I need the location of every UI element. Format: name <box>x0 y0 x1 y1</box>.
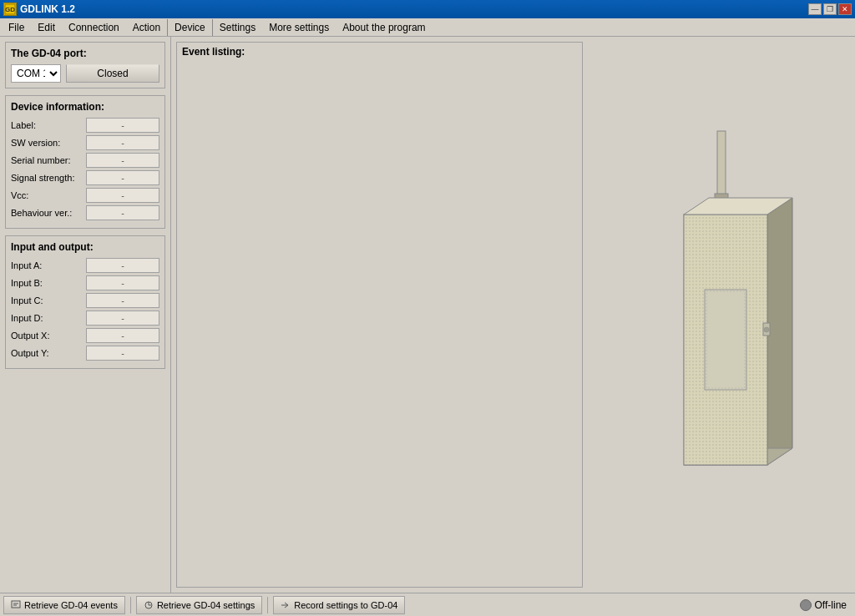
info-value-signal: - <box>86 170 159 185</box>
svg-point-13 <box>764 327 769 332</box>
com-port-row: COM 1 COM 2 COM 3 COM 4 Closed <box>11 64 159 83</box>
app-icon: GD <box>3 3 17 16</box>
retrieve-events-button[interactable]: Retrieve GD-04 events <box>3 596 125 614</box>
status-separator-1 <box>130 597 131 613</box>
menu-more-settings[interactable]: More settings <box>262 19 336 36</box>
event-listing-title: Event listing: <box>177 43 582 61</box>
title-bar-left: GD GDLINK 1.2 <box>3 3 75 16</box>
io-row-b: Input B: - <box>11 275 159 290</box>
menu-file[interactable]: File <box>2 19 31 36</box>
io-value-a: - <box>86 258 159 273</box>
info-value-behaviour: - <box>86 205 159 220</box>
retrieve-settings-button[interactable]: Retrieve GD-04 settings <box>136 596 262 614</box>
close-button[interactable]: ✕ <box>838 3 852 15</box>
info-value-sw: - <box>86 135 159 150</box>
info-value-serial: - <box>86 153 159 168</box>
io-value-x: - <box>86 328 159 343</box>
right-content: Event listing: <box>171 37 855 593</box>
info-row-serial: Serial number: - <box>11 153 159 168</box>
info-row-behaviour: Behaviour ver.: - <box>11 205 159 220</box>
menu-action[interactable]: Action <box>126 19 167 36</box>
io-label-b: Input B: <box>11 278 86 288</box>
main-content: The GD-04 port: COM 1 COM 2 COM 3 COM 4 … <box>0 37 855 593</box>
device-svg <box>638 123 805 507</box>
io-row-y: Output Y: - <box>11 346 159 361</box>
com-port-title: The GD-04 port: <box>11 48 159 59</box>
title-bar: GD GDLINK 1.2 — ❐ ✕ <box>0 0 855 18</box>
info-value-vcc: - <box>86 188 159 203</box>
info-label-behaviour: Behaviour ver.: <box>11 208 86 218</box>
svg-rect-11 <box>705 290 746 390</box>
info-label-serial: Serial number: <box>11 155 86 165</box>
menu-settings[interactable]: Settings <box>213 19 262 36</box>
info-label-sw: SW version: <box>11 138 86 148</box>
io-value-c: - <box>86 293 159 308</box>
menu-connection[interactable]: Connection <box>62 19 126 36</box>
app-title: GDLINK 1.2 <box>20 3 75 15</box>
menu-about[interactable]: About the program <box>336 19 432 36</box>
io-label-y: Output Y: <box>11 348 86 358</box>
io-label-x: Output X: <box>11 331 86 341</box>
info-value-label: - <box>86 118 159 133</box>
offline-label: Off-line <box>815 599 847 611</box>
io-title: Input and output: <box>11 241 159 253</box>
io-value-y: - <box>86 346 159 361</box>
record-settings-icon <box>281 600 291 610</box>
svg-rect-15 <box>12 601 20 608</box>
io-section: Input and output: Input A: - Input B: - … <box>5 235 165 369</box>
event-listing: Event listing: <box>176 42 583 588</box>
device-image-area <box>588 37 855 593</box>
minimize-button[interactable]: — <box>808 3 822 15</box>
info-row-sw: SW version: - <box>11 135 159 150</box>
io-row-c: Input C: - <box>11 293 159 308</box>
info-label-signal: Signal strength: <box>11 173 86 183</box>
menu-edit[interactable]: Edit <box>31 19 62 36</box>
io-value-b: - <box>86 275 159 290</box>
menu-bar: File Edit Connection Action Device Setti… <box>0 18 855 37</box>
svg-rect-2 <box>717 131 726 198</box>
window-controls: — ❐ ✕ <box>808 3 852 15</box>
info-label-vcc: Vcc: <box>11 190 86 200</box>
io-row-a: Input A: - <box>11 258 159 273</box>
offline-status-icon <box>800 599 812 611</box>
closed-button[interactable]: Closed <box>66 64 159 83</box>
svg-marker-4 <box>767 198 792 465</box>
retrieve-events-icon <box>11 600 21 610</box>
io-label-d: Input D: <box>11 313 86 323</box>
io-label-c: Input C: <box>11 295 86 305</box>
info-row-label: Label: - <box>11 118 159 133</box>
info-row-vcc: Vcc: - <box>11 188 159 203</box>
io-label-a: Input A: <box>11 260 86 270</box>
info-row-signal: Signal strength: - <box>11 170 159 185</box>
offline-indicator: Off-line <box>800 599 847 611</box>
menu-device[interactable]: Device <box>167 19 213 36</box>
com-port-select[interactable]: COM 1 COM 2 COM 3 COM 4 <box>11 64 61 83</box>
record-settings-button[interactable]: Record settings to GD-04 <box>273 596 405 614</box>
io-value-d: - <box>86 311 159 326</box>
device-info-title: Device information: <box>11 101 159 113</box>
left-panel: The GD-04 port: COM 1 COM 2 COM 3 COM 4 … <box>0 37 171 593</box>
com-port-section: The GD-04 port: COM 1 COM 2 COM 3 COM 4 … <box>5 42 165 88</box>
restore-button[interactable]: ❐ <box>823 3 837 15</box>
io-row-x: Output X: - <box>11 328 159 343</box>
retrieve-settings-icon <box>144 600 154 610</box>
status-bar: Retrieve GD-04 events Retrieve GD-04 set… <box>0 593 855 616</box>
device-info-section: Device information: Label: - SW version:… <box>5 95 165 229</box>
io-row-d: Input D: - <box>11 311 159 326</box>
status-separator-2 <box>267 597 268 613</box>
svg-text:GD: GD <box>5 6 15 13</box>
info-label-label: Label: <box>11 120 86 130</box>
